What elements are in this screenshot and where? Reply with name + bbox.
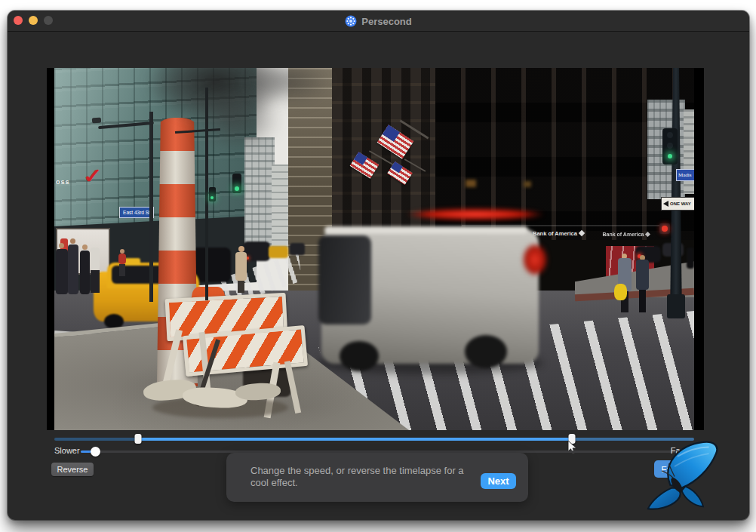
- red-light-blob: [522, 243, 548, 276]
- bank-of-america-logo-icon: [645, 231, 650, 236]
- app-icon: [345, 15, 357, 27]
- store-sign-text: oss: [56, 178, 70, 186]
- signal-pole: [205, 88, 208, 300]
- app-window: Persecond oss ✓ East 43rd St: [8, 11, 749, 520]
- pedestrian-pair-right: [616, 254, 655, 314]
- one-way-text: ONE WAY: [670, 201, 691, 206]
- timeline-pre-segment: [54, 438, 138, 441]
- slower-label: Slower: [54, 446, 80, 455]
- timeline-track[interactable]: [54, 434, 694, 444]
- madison-sign-text: Madis: [678, 172, 692, 178]
- tooltip-text: Change the speed, or reverse the timelap…: [250, 465, 477, 489]
- trim-handle[interactable]: [135, 434, 142, 444]
- yellow-bag: [614, 284, 627, 300]
- one-way-sign: ONE WAY: [661, 197, 694, 211]
- distant-building-a: [244, 137, 275, 252]
- dont-walk-signal: [659, 223, 670, 234]
- speed-knob[interactable]: [91, 447, 100, 457]
- distant-building-b: [272, 165, 290, 254]
- green-light-icon: [211, 196, 214, 199]
- lit-window-1: [466, 180, 476, 187]
- reverse-button[interactable]: Reverse: [51, 463, 94, 476]
- verizon-check-logo: ✓: [81, 164, 104, 188]
- bank-sign-2-text: Bank of America: [603, 232, 644, 237]
- next-button-label: Next: [487, 475, 509, 487]
- butterfly-graphic: [646, 441, 732, 510]
- distant-taxi: [269, 246, 288, 258]
- pole-base: [667, 294, 685, 318]
- reverse-button-label: Reverse: [57, 465, 88, 474]
- pedestrian-group-left: [54, 240, 103, 323]
- bank-of-america-logo-icon: [579, 230, 585, 236]
- pedestrian-tan-coat: [234, 246, 249, 293]
- video-preview: oss ✓ East 43rd St B: [47, 68, 704, 430]
- distant-car-dark-2: [290, 243, 305, 255]
- moving-van: [317, 208, 543, 379]
- parked-motorcycle: [687, 248, 694, 269]
- title-bar: Persecond: [8, 11, 749, 32]
- pedestrian-red-top: [118, 249, 128, 276]
- tooltip-popover: Change the speed, or reverse the timelap…: [226, 453, 528, 502]
- lamp-head: [92, 117, 102, 123]
- window-title: Persecond: [361, 16, 411, 27]
- traffic-signal: [232, 174, 241, 193]
- bank-sign-2: Bank of America: [595, 229, 658, 239]
- traffic-signal-small: [209, 187, 216, 201]
- madison-street-sign: Madis: [676, 169, 694, 181]
- window-title-group: Persecond: [8, 14, 749, 28]
- timeline-played-segment: [138, 438, 572, 441]
- left-arrow-icon: [663, 201, 668, 207]
- green-light-icon: [668, 154, 672, 158]
- next-button[interactable]: Next: [481, 473, 516, 489]
- traffic-signal-right: [662, 128, 678, 165]
- red-hand-icon: [662, 226, 668, 232]
- street-name-text: East 43rd St: [123, 210, 150, 215]
- light-building-sliver: [684, 109, 694, 194]
- lit-window-2: [524, 181, 531, 187]
- green-light-icon: [235, 186, 239, 191]
- video-frame: oss ✓ East 43rd St B: [54, 68, 694, 430]
- smoke-plume: [243, 68, 333, 104]
- lamp-pole: [149, 112, 153, 302]
